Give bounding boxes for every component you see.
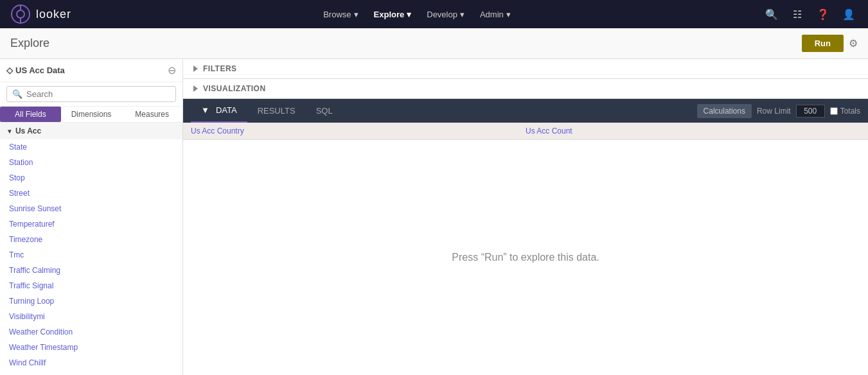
- top-navigation: looker Browse ▾ Explore ▾ Develop ▾ Admi…: [0, 0, 868, 28]
- filters-expand-icon: [193, 65, 198, 72]
- help-icon[interactable]: ❓: [814, 5, 832, 23]
- svg-point-1: [17, 10, 24, 18]
- totals-label: Totals: [830, 107, 860, 116]
- tab-data[interactable]: ▼ DATA: [191, 99, 247, 123]
- settings-icon[interactable]: ⚙: [849, 37, 858, 49]
- visualization-section: VISUALIZATION: [183, 79, 868, 99]
- list-item[interactable]: Stop: [0, 170, 182, 186]
- content-area: FILTERS VISUALIZATION ▼ DATA RESULTS S: [183, 59, 868, 375]
- tab-results[interactable]: RESULTS: [247, 100, 306, 122]
- sidebar: ◇ US Acc Data ⊖ 🔍 All Fields Dimensions …: [0, 59, 183, 375]
- data-tabs-right: Calculations Row Limit Totals: [697, 104, 860, 118]
- grid-icon[interactable]: ☷: [788, 5, 806, 23]
- data-tab-arrow: ▼: [201, 105, 209, 115]
- search-nav-icon[interactable]: 🔍: [763, 5, 781, 23]
- list-item[interactable]: Wind Chillf: [0, 355, 182, 371]
- logo[interactable]: looker: [10, 4, 71, 24]
- sidebar-list: ▼ Us Acc State Station Stop Street Sunri…: [0, 123, 182, 375]
- list-item[interactable]: Wind Direction: [0, 371, 182, 375]
- tab-measures[interactable]: Measures: [121, 107, 182, 122]
- model-icon: ◇: [6, 65, 13, 75]
- list-item[interactable]: Weather Condition: [0, 324, 182, 340]
- table-col-country: Us Acc Country: [191, 126, 526, 135]
- main-layout: ◇ US Acc Data ⊖ 🔍 All Fields Dimensions …: [0, 59, 868, 375]
- filters-section: FILTERS: [183, 59, 868, 79]
- collapse-sidebar-icon[interactable]: ⊖: [168, 64, 176, 76]
- list-item[interactable]: Tmc: [0, 247, 182, 263]
- list-item[interactable]: Traffic Signal: [0, 278, 182, 293]
- visualization-header[interactable]: VISUALIZATION: [183, 79, 868, 98]
- nav-explore[interactable]: Explore ▾: [374, 10, 412, 19]
- data-tabs-bar: ▼ DATA RESULTS SQL Calculations Row Limi…: [183, 99, 868, 123]
- empty-state-text: Press “Run” to explore this data.: [452, 252, 599, 263]
- list-item[interactable]: Traffic Calming: [0, 263, 182, 278]
- empty-state: Press “Run” to explore this data.: [183, 140, 868, 375]
- list-item[interactable]: Temperaturef: [0, 216, 182, 232]
- logo-text: looker: [36, 8, 71, 21]
- search-box: 🔍: [0, 82, 182, 107]
- list-item[interactable]: Sunrise Sunset: [0, 201, 182, 216]
- row-limit-input[interactable]: [796, 105, 825, 118]
- list-item[interactable]: Street: [0, 186, 182, 201]
- nav-right: 🔍 ☷ ❓ 👤: [763, 5, 858, 23]
- sub-header: Explore Run ⚙: [0, 28, 868, 59]
- sub-header-actions: Run ⚙: [802, 35, 858, 52]
- table-header-row: Us Acc Country Us Acc Count: [183, 123, 868, 140]
- nav-develop[interactable]: Develop ▾: [427, 10, 465, 19]
- model-name: ◇ US Acc Data: [6, 65, 65, 75]
- nav-admin[interactable]: Admin ▾: [480, 10, 511, 19]
- tab-dimensions[interactable]: Dimensions: [61, 107, 122, 122]
- tab-sql[interactable]: SQL: [306, 100, 343, 122]
- sidebar-model-header: ◇ US Acc Data ⊖: [0, 59, 182, 82]
- nav-browse[interactable]: Browse ▾: [323, 10, 358, 19]
- search-icon: 🔍: [12, 89, 22, 99]
- run-button[interactable]: Run: [802, 35, 844, 52]
- totals-checkbox[interactable]: [830, 107, 838, 115]
- nav-center: Browse ▾ Explore ▾ Develop ▾ Admin ▾: [323, 10, 511, 19]
- tab-all-fields[interactable]: All Fields: [0, 107, 61, 122]
- list-item[interactable]: Turning Loop: [0, 293, 182, 309]
- field-filter-tabs: All Fields Dimensions Measures: [0, 107, 182, 123]
- list-item[interactable]: Station: [0, 155, 182, 170]
- table-col-count: Us Acc Count: [526, 126, 860, 135]
- visualization-expand-icon: [193, 85, 198, 92]
- row-limit-label: Row Limit: [757, 107, 791, 116]
- list-item[interactable]: Visibilitymi: [0, 309, 182, 324]
- chevron-down-icon: ▼: [6, 128, 13, 135]
- list-item[interactable]: Timezone: [0, 232, 182, 247]
- page-title: Explore: [10, 37, 49, 50]
- data-tabs-left: ▼ DATA RESULTS SQL: [191, 99, 343, 123]
- sidebar-section-us-acc[interactable]: ▼ Us Acc: [0, 123, 182, 139]
- filters-header[interactable]: FILTERS: [183, 59, 868, 78]
- list-item[interactable]: Weather Timestamp: [0, 340, 182, 355]
- user-icon[interactable]: 👤: [840, 5, 858, 23]
- calculations-button[interactable]: Calculations: [697, 104, 752, 118]
- search-input[interactable]: [26, 89, 170, 99]
- list-item[interactable]: State: [0, 139, 182, 155]
- search-wrapper: 🔍: [6, 86, 176, 102]
